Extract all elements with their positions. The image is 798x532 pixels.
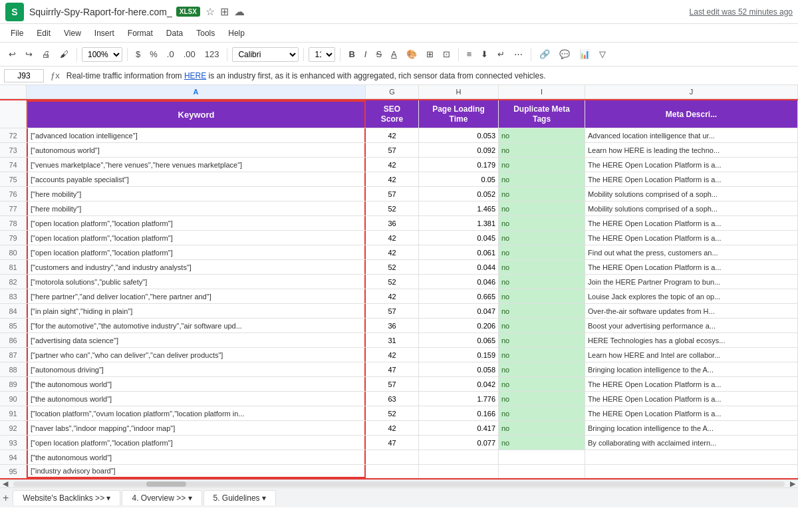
- keyword-cell[interactable]: ["customers and industry","and industry …: [27, 260, 366, 274]
- dup-cell[interactable]: no: [499, 319, 585, 332]
- keyword-cell[interactable]: ["motorola solutions","public safety"]: [27, 275, 366, 289]
- dup-cell[interactable]: no: [499, 231, 585, 245]
- dup-cell[interactable]: no: [499, 333, 585, 347]
- star-icon[interactable]: ☆: [205, 5, 215, 18]
- scrollbar-track[interactable]: [13, 481, 785, 487]
- loading-cell[interactable]: 0.665: [419, 289, 499, 303]
- percent-button[interactable]: %: [146, 47, 161, 61]
- loading-cell[interactable]: 0.417: [419, 421, 499, 435]
- redo-button[interactable]: ↪: [22, 47, 36, 61]
- dup-cell[interactable]: no: [499, 172, 585, 186]
- dup-cell[interactable]: no: [499, 201, 585, 215]
- keyword-cell[interactable]: ["for the automotive","the automotive in…: [27, 319, 366, 332]
- col-header-g[interactable]: G: [366, 85, 419, 98]
- meta-cell[interactable]: Mobility solutions comprised of a soph..…: [585, 201, 798, 215]
- menu-file[interactable]: File: [5, 27, 29, 39]
- tab-overview[interactable]: 4. Overview >> ▾: [122, 490, 201, 505]
- horizontal-scrollbar[interactable]: ◀ ▶: [0, 479, 798, 487]
- keyword-cell[interactable]: ["in plain sight","hiding in plain"]: [27, 304, 366, 318]
- keyword-cell[interactable]: ["here mobility"]: [27, 187, 366, 201]
- dup-cell[interactable]: no: [499, 304, 585, 318]
- meta-cell[interactable]: Find out what the press, customers an...: [585, 245, 798, 259]
- loading-cell[interactable]: 1.381: [419, 216, 499, 230]
- dup-cell[interactable]: no: [499, 421, 585, 435]
- format-button[interactable]: 123: [201, 47, 223, 61]
- loading-cell[interactable]: 0.077: [419, 436, 499, 450]
- meta-cell[interactable]: The HERE Open Location Platform is a...: [585, 216, 798, 230]
- underline-button[interactable]: A: [388, 47, 400, 61]
- seo-cell[interactable]: 42: [366, 348, 419, 362]
- keyword-cell[interactable]: ["advanced location intelligence"]: [27, 128, 366, 142]
- dup-cell[interactable]: no: [499, 187, 585, 201]
- keyword-cell[interactable]: ["open location platform","location plat…: [27, 216, 366, 230]
- seo-cell[interactable]: 42: [366, 158, 419, 172]
- meta-cell[interactable]: The HERE Open Location Platform is a...: [585, 406, 798, 420]
- keyword-cell[interactable]: ["autonomous driving"]: [27, 362, 366, 376]
- add-sheet-button[interactable]: +: [3, 492, 9, 504]
- loading-cell[interactable]: 0.061: [419, 245, 499, 259]
- seo-cell[interactable]: 31: [366, 333, 419, 347]
- seo-cell[interactable]: 42: [366, 231, 419, 245]
- meta-cell[interactable]: Join the HERE Partner Program to bun...: [585, 275, 798, 289]
- loading-cell[interactable]: 0.044: [419, 260, 499, 274]
- keyword-cell[interactable]: ["industry advisory board"]: [27, 465, 366, 478]
- dup-cell[interactable]: no: [499, 362, 585, 376]
- meta-cell[interactable]: The HERE Open Location Platform is a...: [585, 377, 798, 391]
- loading-cell[interactable]: 0.166: [419, 406, 499, 420]
- seo-cell[interactable]: 52: [366, 201, 419, 215]
- keyword-cell[interactable]: ["location platform","ovum location plat…: [27, 406, 366, 420]
- dup-cell[interactable]: no: [499, 289, 585, 303]
- dup-cell[interactable]: no: [499, 245, 585, 259]
- seo-cell[interactable]: 42: [366, 128, 419, 142]
- meta-cell[interactable]: Learn how HERE is leading the techno...: [585, 143, 798, 157]
- dup-cell[interactable]: no: [499, 216, 585, 230]
- print-button[interactable]: 🖨: [39, 47, 54, 61]
- keyword-cell[interactable]: ["open location platform","location plat…: [27, 436, 366, 450]
- dup-cell[interactable]: no: [499, 348, 585, 362]
- meta-cell[interactable]: Learn how HERE and Intel are collabor...: [585, 348, 798, 362]
- meta-cell[interactable]: Boost your advertising performance a...: [585, 319, 798, 332]
- seo-cell[interactable]: 47: [366, 362, 419, 376]
- bold-button[interactable]: B: [345, 47, 358, 61]
- menu-edit[interactable]: Edit: [31, 27, 56, 39]
- decimal-decrease-button[interactable]: .0: [164, 47, 178, 61]
- menu-insert[interactable]: Insert: [89, 27, 120, 39]
- seo-cell[interactable]: [366, 465, 419, 478]
- font-size-select[interactable]: 11: [309, 47, 335, 62]
- keyword-cell[interactable]: ["venues marketplace","here venues","her…: [27, 158, 366, 172]
- col-header-h[interactable]: H: [419, 85, 499, 98]
- menu-format[interactable]: Format: [122, 27, 158, 39]
- formula-content[interactable]: Real-time traffic information from HERE …: [66, 71, 794, 80]
- meta-cell[interactable]: The HERE Open Location Platform is a...: [585, 158, 798, 172]
- keyword-cell[interactable]: ["the autonomous world"]: [27, 377, 366, 391]
- loading-cell[interactable]: 0.179: [419, 158, 499, 172]
- dup-cell[interactable]: no: [499, 406, 585, 420]
- meta-cell[interactable]: Over-the-air software updates from H...: [585, 304, 798, 318]
- seo-cell[interactable]: 42: [366, 289, 419, 303]
- tab-guidelines[interactable]: 5. Guidelines ▾: [203, 490, 276, 505]
- meta-cell[interactable]: Advanced location intelligence that ur..…: [585, 128, 798, 142]
- loading-cell[interactable]: 0.206: [419, 319, 499, 332]
- seo-cell[interactable]: 36: [366, 319, 419, 332]
- tab-backlinks[interactable]: Website's Backlinks >> ▾: [13, 490, 120, 505]
- loading-cell[interactable]: 1.465: [419, 201, 499, 215]
- meta-cell[interactable]: The HERE Open Location Platform is a...: [585, 231, 798, 245]
- col-header-j[interactable]: J: [585, 85, 798, 98]
- keyword-cell[interactable]: ["accounts payable specialist"]: [27, 172, 366, 186]
- paint-format-button[interactable]: 🖌: [57, 47, 72, 61]
- strikethrough-button[interactable]: S: [372, 47, 385, 61]
- file-title[interactable]: Squirrly-Spy-Raport-for-here.com_: [29, 7, 172, 17]
- meta-cell[interactable]: Louise Jack explores the topic of an op.…: [585, 289, 798, 303]
- merge-button[interactable]: ⊡: [440, 47, 454, 61]
- keyword-cell[interactable]: ["partner who can","who can deliver","ca…: [27, 348, 366, 362]
- meta-cell[interactable]: Bringing location intelligence to the A.…: [585, 362, 798, 376]
- chart-button[interactable]: 📊: [576, 47, 593, 61]
- scrollbar-thumb[interactable]: [146, 481, 186, 487]
- loading-cell[interactable]: 0.092: [419, 143, 499, 157]
- seo-cell[interactable]: 57: [366, 187, 419, 201]
- seo-cell[interactable]: 42: [366, 172, 419, 186]
- dup-cell[interactable]: no: [499, 275, 585, 289]
- loading-cell[interactable]: 0.047: [419, 304, 499, 318]
- meta-cell[interactable]: [585, 465, 798, 478]
- keyword-cell[interactable]: ["autonomous world"]: [27, 143, 366, 157]
